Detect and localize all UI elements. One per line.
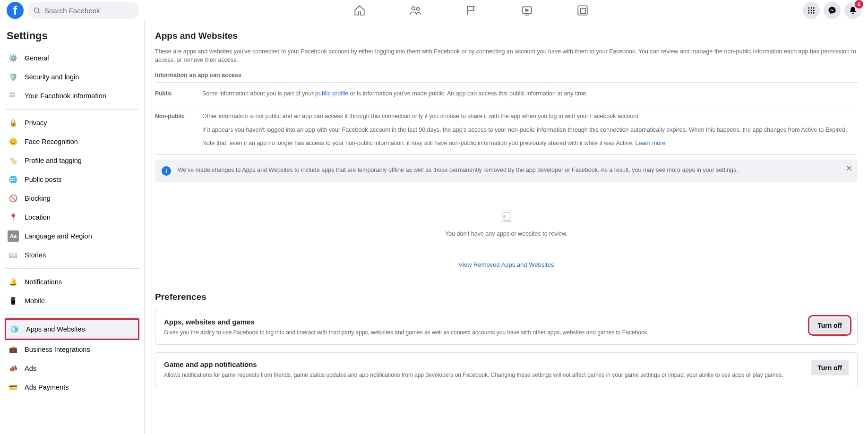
svg-point-16 (813, 12, 815, 14)
cube-icon: 🧊 (9, 323, 20, 335)
intro-text: These are apps and websites you've conne… (155, 48, 858, 64)
grid-icon (8, 90, 19, 102)
messenger-icon[interactable] (824, 2, 841, 19)
megaphone-icon: 📣 (8, 363, 19, 374)
notifications-icon[interactable]: 6 (844, 2, 861, 19)
bell-icon: 🔔 (8, 276, 19, 288)
home-icon[interactable] (353, 4, 366, 17)
sidebar-item-language[interactable]: AaLanguage and Region (5, 227, 139, 246)
groups-icon[interactable] (576, 4, 589, 17)
settings-sidebar: Settings ⚙️General 🛡️Security and login … (0, 21, 145, 434)
turn-off-button[interactable]: Turn off (811, 318, 849, 333)
svg-point-2 (412, 7, 415, 10)
sidebar-item-apps-websites[interactable]: 🧊Apps and Websites (6, 320, 138, 339)
watch-icon[interactable] (520, 4, 533, 17)
svg-rect-17 (10, 93, 12, 95)
svg-rect-18 (13, 93, 15, 95)
svg-line-1 (38, 12, 40, 13)
facebook-logo[interactable]: f (7, 2, 24, 19)
gear-icon: ⚙️ (8, 52, 19, 64)
center-nav (139, 4, 803, 17)
sidebar-item-blocking[interactable]: 🚫Blocking (5, 189, 139, 208)
right-nav: 6 (803, 2, 861, 19)
svg-point-10 (813, 7, 815, 9)
sidebar-item-label: Ads Payments (25, 383, 69, 391)
sidebar-item-label: Notifications (25, 278, 62, 286)
pref-title: Apps, websites and games (164, 318, 801, 326)
pin-icon: 📍 (8, 212, 19, 223)
globe-icon: 🌐 (8, 174, 19, 185)
info-table: Public Some information about you is par… (155, 82, 858, 155)
svg-point-9 (811, 7, 812, 9)
svg-rect-7 (580, 9, 585, 14)
svg-rect-20 (13, 95, 15, 98)
sidebar-item-your-info[interactable]: Your Facebook information (5, 86, 139, 105)
sidebar-item-location[interactable]: 📍Location (5, 208, 139, 227)
pref-desc: Allows notifications for game requests f… (164, 371, 801, 379)
sidebar-item-public-posts[interactable]: 🌐Public posts (5, 170, 139, 189)
sidebar-item-profile-tagging[interactable]: 🏷️Profile and tagging (5, 151, 139, 170)
svg-point-11 (808, 10, 809, 11)
sidebar-item-stories[interactable]: 📖Stories (5, 246, 139, 264)
search-icon (33, 7, 41, 14)
sidebar-divider (5, 109, 139, 110)
search-placeholder: Search Facebook (44, 7, 100, 15)
svg-point-15 (811, 12, 812, 14)
sidebar-item-label: Language and Region (25, 232, 92, 240)
info-icon: i (162, 166, 171, 176)
banner-text: We've made changes to Apps and Websites … (178, 166, 738, 176)
sidebar-highlight: 🧊Apps and Websites (5, 318, 139, 340)
turn-off-button[interactable]: Turn off (811, 360, 849, 375)
svg-point-3 (416, 8, 419, 10)
sidebar-item-label: Profile and tagging (25, 157, 82, 164)
sidebar-item-label: Face Recognition (25, 138, 78, 145)
briefcase-icon: 💼 (8, 344, 19, 355)
sidebar-item-mobile[interactable]: 📱Mobile (5, 291, 139, 310)
info-row-nonpublic: Non-public Other information is not publ… (155, 105, 858, 155)
sidebar-item-label: Mobile (25, 297, 45, 305)
sidebar-item-general[interactable]: ⚙️General (5, 49, 139, 68)
pages-icon[interactable] (464, 4, 478, 17)
close-icon[interactable] (845, 164, 853, 173)
pref-title: Game and app notifications (164, 360, 801, 368)
sidebar-item-label: Public posts (25, 176, 61, 183)
sidebar-item-label: Location (25, 213, 51, 221)
info-label-public: Public (155, 89, 202, 98)
sidebar-item-face-recognition[interactable]: 😊Face Recognition (5, 132, 139, 151)
sidebar-item-notifications[interactable]: 🔔Notifications (5, 272, 139, 291)
learn-more-link[interactable]: Learn more (635, 140, 665, 146)
pref-card-game-notifications: Game and app notifications Allows notifi… (155, 352, 858, 387)
sidebar-item-label: Apps and Websites (26, 325, 85, 333)
info-row-public: Public Some information about you is par… (155, 83, 858, 105)
friends-icon[interactable] (409, 4, 422, 17)
empty-apps-icon (501, 211, 512, 222)
sidebar-item-label: Ads (25, 365, 36, 372)
book-icon: 📖 (8, 249, 19, 261)
svg-point-0 (34, 8, 39, 12)
svg-rect-19 (10, 95, 12, 98)
view-removed: View Removed Apps and Websites (155, 247, 858, 287)
notification-badge: 6 (855, 0, 863, 9)
public-profile-link[interactable]: public profile (315, 90, 348, 97)
sidebar-item-label: Blocking (25, 195, 51, 202)
sidebar-divider (5, 314, 139, 315)
user-block-icon: 🚫 (8, 193, 19, 204)
phone-icon: 📱 (8, 295, 19, 306)
sidebar-item-ads[interactable]: 📣Ads (5, 359, 139, 378)
menu-grid-icon[interactable] (803, 2, 820, 19)
view-removed-link[interactable]: View Removed Apps and Websites (459, 261, 554, 268)
svg-point-12 (811, 10, 812, 11)
sidebar-title: Settings (7, 30, 138, 42)
pref-desc: Gives you the ability to use Facebook to… (164, 329, 801, 337)
sidebar-item-security[interactable]: 🛡️Security and login (5, 68, 139, 86)
info-banner: i We've made changes to Apps and Website… (155, 160, 858, 182)
sidebar-item-ads-payments[interactable]: 💳Ads Payments (5, 378, 139, 397)
aa-icon: Aa (8, 230, 19, 242)
sidebar-item-business-integrations[interactable]: 💼Business Integrations (5, 340, 139, 359)
sidebar-item-label: Privacy (25, 119, 47, 127)
search-input[interactable]: Search Facebook (27, 2, 139, 19)
main-content: Apps and Websites These are apps and web… (145, 21, 868, 434)
sidebar-item-privacy[interactable]: 🔒Privacy (5, 113, 139, 132)
info-heading: Information an app can access (155, 72, 858, 78)
face-icon: 😊 (8, 136, 19, 147)
